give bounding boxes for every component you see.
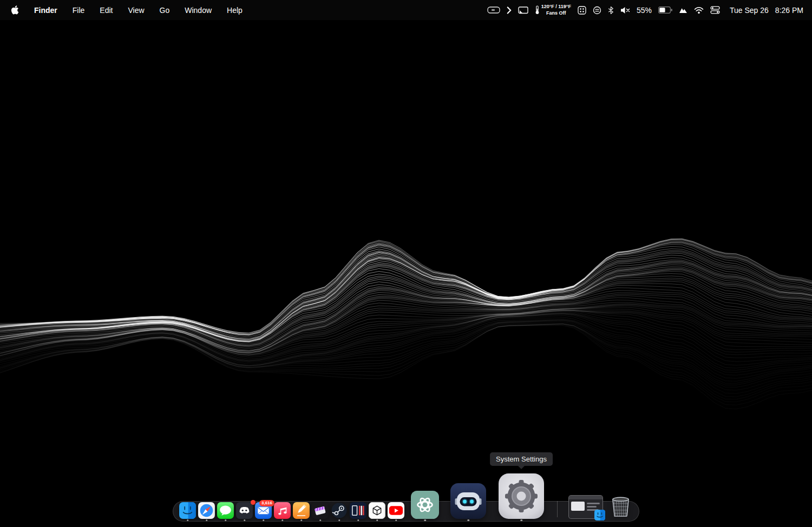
menu-help[interactable]: Help [227, 6, 243, 15]
running-indicator [263, 519, 265, 522]
hidden-bar-pill-icon[interactable] [487, 6, 500, 14]
safari-icon [198, 502, 215, 519]
temperature-reading: 120°F / 119°F [541, 4, 571, 10]
dock-item-music[interactable] [274, 502, 291, 519]
screen-mirroring-icon[interactable] [518, 6, 528, 14]
dock-item-discord[interactable] [236, 502, 253, 519]
running-indicator [244, 519, 246, 522]
running-indicator [300, 519, 303, 522]
running-indicator [357, 519, 359, 522]
finder-icon [179, 502, 196, 519]
app-menu-finder[interactable]: Finder [34, 6, 57, 15]
chatgpt-icon [411, 491, 439, 519]
dock-item-robot-assistant[interactable] [450, 483, 486, 519]
battery-percentage: 55% [637, 6, 652, 15]
dock-item-pages[interactable] [293, 502, 310, 519]
tooltip-arrow [518, 466, 525, 472]
running-indicator [424, 519, 426, 522]
menu-window[interactable]: Window [185, 6, 212, 15]
trash-icon [608, 495, 633, 519]
dock-item-trash[interactable] [608, 495, 633, 519]
dock-item-cube-app[interactable] [369, 502, 385, 519]
minimized-window-thumbnail [568, 495, 603, 519]
disc-icon[interactable] [593, 6, 601, 15]
dock-item-chatgpt[interactable] [411, 491, 439, 519]
bluetooth-icon[interactable] [608, 6, 614, 15]
menu-file[interactable]: File [73, 6, 85, 15]
cube-app-icon [369, 502, 385, 519]
running-indicator [395, 519, 397, 522]
pages-icon [293, 502, 310, 519]
fan-temperature-status[interactable]: 120°F / 119°F Fans Off [535, 4, 571, 16]
discord-icon [236, 502, 253, 519]
finder-badge-icon [594, 510, 605, 521]
control-center-icon[interactable] [710, 6, 720, 14]
thermometer-icon [535, 5, 540, 15]
menu-edit[interactable]: Edit [100, 6, 113, 15]
menu-view[interactable]: View [128, 6, 144, 15]
dock-item-mail[interactable]: 3,616 [255, 502, 272, 519]
running-indicator [281, 519, 284, 522]
menu-bar: Finder File Edit View Go Window Help [0, 0, 812, 20]
running-indicator [225, 519, 227, 522]
final-cut-pro-icon [312, 502, 329, 519]
running-indicator [187, 519, 189, 522]
running-indicator [338, 519, 340, 522]
striped-app-icon [350, 502, 366, 519]
music-icon [274, 502, 291, 519]
running-indicator [376, 519, 378, 522]
apple-menu[interactable] [11, 5, 19, 15]
mail-unread-badge: 3,616 [259, 500, 274, 506]
hidden-bar-chevron-icon[interactable] [507, 6, 512, 14]
dock-item-safari[interactable] [198, 502, 215, 519]
battery-icon[interactable] [658, 6, 672, 14]
dock-item-final-cut-pro[interactable] [312, 502, 329, 519]
dock-tooltip: System Settings [490, 452, 553, 466]
dock-item-finder[interactable] [179, 502, 196, 519]
dock-item-system-settings[interactable]: System Settings [499, 473, 544, 519]
menu-bar-clock[interactable]: 8:26 PM [775, 6, 803, 15]
steam-icon [331, 502, 348, 519]
app-grid-icon[interactable] [578, 6, 586, 15]
volume-muted-icon[interactable] [620, 6, 630, 14]
running-indicator [467, 519, 469, 522]
running-indicator [319, 519, 322, 522]
messages-icon [217, 502, 234, 519]
fan-status: Fans Off [541, 10, 571, 16]
desktop-wallpaper [0, 0, 812, 527]
mountain-icon[interactable] [679, 6, 687, 14]
youtube-icon [388, 502, 404, 519]
running-indicator [520, 519, 522, 522]
menu-bar-date[interactable]: Tue Sep 26 [730, 6, 769, 15]
thumbnail-titlebar [569, 496, 603, 499]
thumbnail-content-panel [571, 502, 585, 511]
dock-item-striped-app[interactable] [350, 502, 366, 519]
dock-item-steam[interactable] [331, 502, 348, 519]
robot-assistant-icon [450, 483, 486, 519]
dock-item-messages[interactable] [217, 502, 234, 519]
dock-item-minimized-window[interactable] [565, 495, 606, 519]
menu-go[interactable]: Go [160, 6, 170, 15]
wifi-icon[interactable] [694, 6, 704, 14]
running-indicator [206, 519, 208, 522]
system-settings-icon [499, 473, 544, 519]
dock-item-youtube[interactable] [388, 502, 404, 519]
dock-tooltip-label: System Settings [496, 455, 547, 463]
dock: 3,616 [173, 473, 639, 522]
dock-separator [557, 501, 558, 517]
